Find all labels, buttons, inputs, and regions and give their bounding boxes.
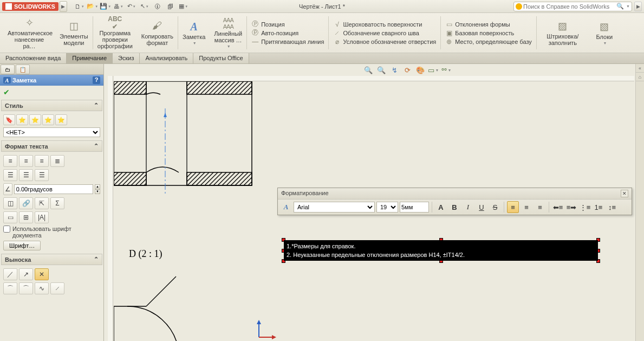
leader-style-2[interactable]: ↗ [19, 268, 33, 280]
leader-style-1[interactable]: ／ [3, 268, 17, 280]
ribbon-blocks[interactable]: ▧ Блоки ▼ [589, 14, 620, 52]
pm-tab-property[interactable]: 📋 [16, 65, 30, 74]
ribbon-auto-dimension[interactable]: ✧ Автоматическое нанесение ра… [3, 14, 55, 52]
search-dropdown[interactable]: ▼ [626, 4, 630, 8]
font-size-select[interactable]: 19 [376, 202, 398, 213]
insert-symbol-button[interactable]: ◫ [3, 197, 17, 209]
angle-spinner[interactable]: ▲▼ [95, 184, 100, 194]
tab-office-products[interactable]: Продукты Office [193, 53, 249, 63]
pm-leader-header[interactable]: Выноска⌃ [1, 254, 102, 265]
line-spacing-button[interactable]: ↕≡ [606, 201, 618, 213]
help-search-box[interactable]: 🔍 ▼ [513, 2, 632, 11]
note-text-box[interactable]: 1.*Размеры для справок. 2. Неуказанные п… [284, 240, 598, 261]
ribbon-balloon[interactable]: ⓅПозиция [249, 20, 326, 29]
italic-button[interactable]: I [462, 201, 474, 213]
titlebar-expand-arrow[interactable]: ▶ [634, 2, 642, 11]
insert-link-button[interactable]: ⇱ [35, 197, 49, 209]
valign-bottom-button[interactable]: ☰ [35, 169, 49, 181]
qat-undo-button[interactable]: ↶▼ [126, 2, 138, 11]
qat-options-button[interactable]: 🗐 [165, 2, 177, 11]
align-center-button[interactable]: ≡ [19, 155, 33, 167]
pm-textformat-header[interactable]: Формат текста⌃ [1, 140, 102, 152]
ribbon-hole-callout[interactable]: ⌀Условное обозначение отверстия [331, 37, 438, 46]
insert-variable-button[interactable]: Σ [50, 197, 64, 209]
justify-center-button[interactable]: ≡ [521, 201, 532, 213]
ribbon-geo-tolerance[interactable]: ▭Отклонения формы [443, 20, 534, 29]
section-view-icon[interactable]: ⟳ [402, 65, 412, 75]
indent-inc-button[interactable]: ≡➡ [565, 201, 577, 213]
qat-open-button[interactable]: 📂▼ [87, 2, 99, 11]
pm-tab-feature-tree[interactable]: 🗀 [1, 65, 15, 74]
style-fav-save[interactable]: ⭐ [42, 114, 54, 125]
formatting-toolbar-title[interactable]: Форматирование ✕ [278, 188, 632, 200]
style-select[interactable]: <НЕТ> [3, 127, 100, 137]
ribbon-hatch[interactable]: ▨ Штриховка/заполнить [537, 14, 589, 52]
pm-style-header[interactable]: Стиль⌃ [1, 100, 102, 111]
tab-view-layout[interactable]: Расположение вида [0, 53, 67, 63]
ribbon-surface-finish[interactable]: √Шероховатость поверхности [331, 20, 438, 29]
note-selected-text[interactable]: 1.*Размеры для справок. 2. Неуказанные п… [284, 240, 598, 261]
align-right-button[interactable]: ≡ [35, 155, 49, 167]
zoom-fit-icon[interactable]: 🔍 [363, 65, 373, 75]
rail-expand-left-icon[interactable]: « [636, 64, 644, 73]
style-fav-delete[interactable]: ⭐ [29, 114, 41, 125]
fmt-fit-button[interactable]: ⊞ [19, 211, 33, 223]
font-name-select[interactable]: Arial [294, 202, 375, 213]
font-units-input[interactable] [400, 202, 429, 213]
ribbon-datum[interactable]: ▣Базовая поверхность [443, 29, 534, 37]
style-fav-add[interactable]: ⭐ [16, 114, 28, 125]
style-fav-load[interactable]: ⭐ [55, 114, 67, 125]
pattern-dropdown-icon[interactable]: ▼ [227, 44, 231, 48]
fmt-sym-button[interactable]: |A| [35, 211, 49, 223]
bold-button[interactable]: B [448, 201, 460, 213]
font-color-a-icon[interactable]: A [280, 201, 292, 213]
hide-show-icon[interactable]: ᵒᵒ▼ [441, 65, 451, 75]
qat-rebuild-button[interactable]: 🛈 [152, 2, 164, 11]
close-icon[interactable]: ✕ [621, 190, 628, 197]
font-button[interactable]: Шрифт… [3, 241, 41, 250]
indent-dec-button[interactable]: ⬅≡ [552, 201, 564, 213]
help-search-input[interactable] [523, 3, 615, 10]
leader-arrow-2[interactable]: ⌒ [19, 282, 33, 294]
leader-arrow-1[interactable]: ⌒ [3, 282, 17, 294]
underline-button[interactable]: U [476, 201, 487, 213]
tab-sketch[interactable]: Эскиз [113, 53, 140, 63]
valign-top-button[interactable]: ☰ [3, 169, 17, 181]
zoom-area-icon[interactable]: 🔍 [376, 65, 386, 75]
use-doc-font-checkbox[interactable]: Использовать шрифт документа [3, 226, 100, 239]
pm-help-icon[interactable]: ? [93, 76, 100, 84]
qat-print-button[interactable]: 🖶▼ [113, 2, 125, 11]
view-settings-icon[interactable]: ▭▼ [428, 65, 438, 75]
strike-button[interactable]: S [489, 201, 501, 213]
align-justify-button[interactable]: ≣ [50, 155, 64, 167]
ribbon-datum-target[interactable]: ⊕Место, определяющее базу [443, 37, 534, 46]
formatting-toolbar[interactable]: Форматирование ✕ A Arial 19 A B I U S ≡ … [277, 188, 632, 215]
ribbon-weld-symbol[interactable]: ⟋Обозначение сварного шва [331, 29, 438, 37]
rail-home-icon[interactable]: ⌂ [636, 73, 644, 81]
ribbon-linear-pattern[interactable]: AAAAAA Линейный массив … ▼ [210, 14, 246, 52]
valign-middle-button[interactable]: ☰ [19, 169, 33, 181]
use-doc-font-input[interactable] [3, 226, 10, 233]
ok-check-icon[interactable]: ✔ [3, 88, 10, 96]
leader-style-3-active[interactable]: ✕ [35, 268, 49, 280]
style-fav-apply[interactable]: 🔖 [3, 114, 15, 125]
ribbon-magnetic-line[interactable]: —Притягивающая линия [249, 37, 326, 46]
ribbon-copy-format[interactable]: 🖌 Копировать формат [137, 14, 178, 52]
leader-arrow-3[interactable]: ∿ [35, 282, 49, 294]
fmt-box-button[interactable]: ▭ [3, 211, 17, 223]
tab-annotation[interactable]: Примечание [67, 53, 113, 63]
qat-save-button[interactable]: 💾▼ [100, 2, 112, 11]
search-icon[interactable]: 🔍 [616, 3, 624, 10]
tab-evaluate[interactable]: Анализировать [140, 53, 193, 63]
blocks-dropdown-icon[interactable]: ▼ [603, 41, 607, 45]
text-color-button[interactable]: A [435, 201, 447, 213]
align-left-button[interactable]: ≡ [3, 155, 17, 167]
note-dropdown-icon[interactable]: ▼ [193, 41, 197, 45]
app-menu-arrow[interactable]: ▶ [60, 1, 67, 12]
angle-input[interactable] [14, 184, 93, 194]
display-style-icon[interactable]: 🎨 [415, 65, 425, 75]
qat-select-button[interactable]: ↖▼ [139, 2, 151, 11]
leader-arrow-4[interactable]: ⟋ [50, 282, 64, 294]
insert-hyperlink-button[interactable]: 🔗 [19, 197, 33, 209]
bullets-button[interactable]: ⋮≡ [579, 201, 591, 213]
